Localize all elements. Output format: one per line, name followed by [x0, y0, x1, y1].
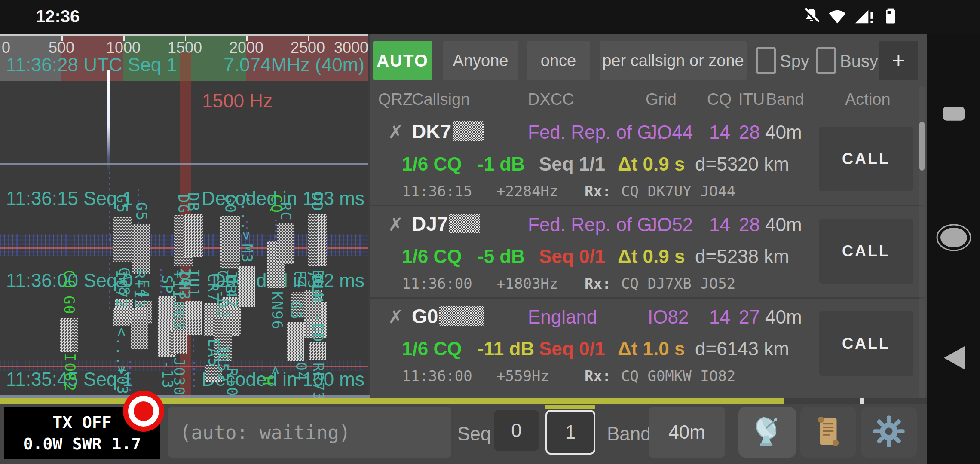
list-scrollbar-thumb[interactable] [919, 122, 925, 171]
rx-label: Rx: [585, 183, 611, 200]
callsign-blur [439, 306, 484, 326]
rx-time: 11:36:00 [402, 275, 472, 292]
waterfall-callsign-text: JN47 [223, 270, 240, 308]
settings-button[interactable] [861, 407, 917, 458]
band-select-button[interactable]: 40m [649, 407, 725, 458]
col-header-dxcc: DXCC [528, 90, 574, 109]
time-delta: Δt 0.9 s [618, 153, 685, 175]
col-header-callsign: Callsign [412, 90, 470, 109]
antenna-tuner-button[interactable] [738, 407, 796, 458]
add-button[interactable]: + [879, 41, 918, 80]
status-bar: 12:36 [0, 0, 980, 34]
waterfall-callsign-text: G5 [133, 202, 150, 221]
rx-label: Rx: [585, 367, 611, 385]
callsign-noise-patch [113, 308, 130, 326]
once-button[interactable]: once [527, 41, 590, 80]
waterfall-callsign-text: G5 [113, 194, 131, 214]
waterfall-callsign-text: -04 [293, 352, 310, 381]
log-scroll-icon [813, 415, 844, 450]
band-label: Band [607, 423, 651, 445]
cell-signal-alert-icon [854, 6, 874, 27]
callsign-noise-patch [308, 214, 327, 266]
qrz-x-icon[interactable]: ✗ [388, 122, 403, 143]
band: 40m [765, 214, 802, 235]
waterfall-callsign-text: JO30 [171, 357, 188, 396]
period-progress-fill [0, 398, 784, 404]
android-nav-bar [927, 0, 980, 464]
tx-frequency-label: 1500 Hz [202, 90, 273, 112]
decode-row[interactable]: ✗ G0 England IO82 14 27 40m 1/6 CQ -11 d… [370, 299, 927, 389]
waterfall-callsign-text: R+13 [131, 270, 148, 308]
callsign-noise-patch [220, 216, 240, 269]
cq-count: 1/6 CQ [402, 338, 462, 360]
period-timestamp: 11:36:28 UTC Seq 1 [6, 54, 177, 76]
wifi-icon [828, 6, 847, 27]
antenna-icon [750, 415, 784, 450]
clock: 12:36 [36, 7, 80, 26]
time-delta: Δt 1.0 s [618, 338, 685, 360]
waterfall-callsign-text: -DD [309, 314, 327, 342]
per-callsign-or-zone-button[interactable]: per callsign or zone [600, 41, 747, 80]
band: 40m [765, 122, 802, 143]
decode-list-panel: AUTO Anyone once per callsign or zone Sp… [370, 34, 927, 398]
waterfall-callsign-text: DG3 [170, 301, 187, 330]
callsign-noise-patch [185, 301, 202, 335]
home-circle-icon[interactable] [936, 223, 972, 253]
snr-db: -5 dB [478, 246, 525, 267]
col-header-action: Action [845, 90, 891, 109]
busy-checkbox[interactable] [816, 47, 836, 74]
waterfall-callsign-text: R+0 [224, 368, 241, 397]
waterfall-callsign-text: G5 [288, 301, 305, 320]
rx-time: 11:36:00 [402, 367, 472, 385]
dxcc-entity: Fed. Rep. of G... [528, 122, 668, 143]
back-triangle-icon[interactable] [940, 344, 967, 374]
dxcc-entity: Fed. Rep. of G... [528, 214, 668, 235]
waterfall-callsign-text: DD [309, 192, 326, 212]
rx-offset: +559Hz [496, 367, 549, 385]
recents-square-icon[interactable] [940, 103, 968, 125]
callsign: DJ7 [412, 212, 480, 235]
col-header-qrz: QRZ [378, 90, 413, 109]
grid-locator: IO82 [648, 306, 689, 328]
cq-count: 1/6 CQ [402, 246, 462, 267]
waterfall-panel[interactable]: 0 500 1000 1500 2000 2500 3000 11:36:28 … [0, 34, 370, 398]
seq-ratio: Seq 0/1 [539, 338, 605, 360]
reply-anyone-button[interactable]: Anyone [443, 41, 518, 80]
decode-row[interactable]: ✗ DK7 Fed. Rep. of G... JO44 14 28 40m 1… [370, 114, 927, 204]
waterfall-callsign-text: +03 [114, 366, 131, 395]
distance: d=5320 km [695, 153, 789, 175]
call-button[interactable]: CALL [819, 311, 913, 376]
seq-0-button[interactable]: 0 [494, 410, 539, 451]
panel-divider [368, 34, 370, 398]
callsign-noise-patch [170, 331, 187, 354]
callsign-noise-patch [238, 266, 255, 307]
record-button[interactable] [123, 391, 164, 432]
waterfall-callsign-text: RC [277, 202, 294, 221]
log-button[interactable] [800, 407, 856, 458]
decode-row[interactable]: ✗ DJ7 Fed. Rep. of G... JO52 14 28 40m 1… [370, 206, 927, 296]
waterfall-callsign-text: RR73 [310, 363, 327, 398]
spy-checkbox[interactable] [756, 47, 776, 74]
signal-trace [109, 172, 110, 241]
waterfall-callsign-text: 20 [177, 268, 194, 287]
qrz-x-icon[interactable]: ✗ [388, 214, 403, 235]
seq-1-button[interactable]: 1 [545, 410, 595, 455]
waterfall-callsign-text: G0 [222, 194, 239, 214]
callsign-blur [453, 121, 484, 141]
qrz-x-icon[interactable]: ✗ [388, 306, 403, 327]
time-delta: Δt 0.9 s [618, 246, 685, 267]
call-button[interactable]: CALL [819, 219, 913, 284]
auto-status-field[interactable]: (auto: waiting) [168, 407, 451, 458]
itu-zone: 27 [739, 306, 760, 328]
callsign-noise-patch [132, 224, 150, 274]
auto-button[interactable]: AUTO [373, 41, 432, 80]
seq-label: Seq [457, 423, 491, 445]
call-button[interactable]: CALL [819, 127, 913, 191]
snr-db: -1 dB [478, 153, 525, 175]
dial-frequency: 7.074MHz (40m) [224, 54, 364, 76]
waterfall-callsign-text: <...> [238, 192, 255, 241]
rx-offset: +2284Hz [496, 183, 558, 200]
waterfall-callsign-text: DB [185, 192, 202, 212]
waterfall-callsign-text: IO82 [61, 353, 79, 392]
rx-message: CQ DJ7XB JO52 [621, 275, 735, 292]
